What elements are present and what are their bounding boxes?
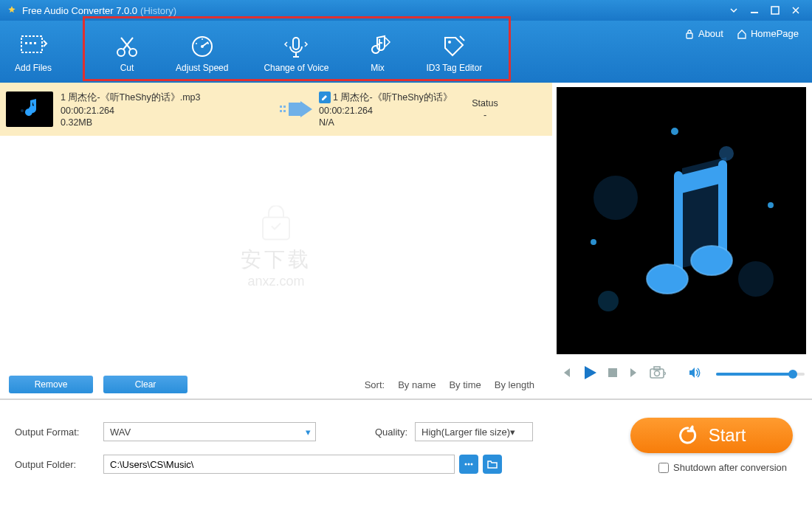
history-link[interactable]: (History)	[140, 5, 176, 16]
svg-rect-13	[293, 38, 299, 49]
svg-rect-5	[34, 42, 36, 44]
volume-icon[interactable]	[688, 366, 701, 382]
svg-point-41	[471, 463, 473, 466]
cut-label: Cut	[120, 63, 134, 73]
shutdown-label: Shutdown after conversion	[673, 462, 787, 473]
add-files-icon	[18, 33, 48, 58]
svg-rect-4	[30, 42, 32, 44]
change-voice-label: Change of Voice	[264, 63, 328, 73]
minimize-icon[interactable]	[744, 3, 765, 18]
output-format-label: Output Format:	[15, 427, 103, 438]
sort-by-length[interactable]: By length	[495, 379, 534, 390]
chevron-down-icon: ▾	[306, 427, 311, 438]
browse-button[interactable]	[459, 455, 478, 474]
id3-button[interactable]: ID3 Tag Editor	[427, 30, 483, 73]
refresh-icon	[678, 425, 698, 446]
file-row[interactable]: 1 周杰伦-《听TheShy的话》.mp3 00:00:21.264 0.32M…	[0, 83, 552, 136]
svg-point-10	[196, 43, 197, 44]
toolbar: Add Files Cut Adjust Speed Change of Voi…	[0, 21, 812, 83]
svg-rect-20	[280, 110, 282, 112]
preview-pane	[552, 83, 812, 398]
file-duration: 00:00:21.264	[61, 106, 275, 116]
quality-value: High(Larger file size)	[422, 427, 510, 438]
svg-point-37	[655, 371, 660, 376]
output-panel: Output Format: WAV ▾ Quality: High(Large…	[0, 398, 812, 520]
svg-rect-0	[751, 12, 758, 13]
svg-point-29	[591, 239, 596, 245]
edit-icon[interactable]	[319, 92, 331, 103]
svg-point-7	[129, 49, 137, 56]
open-folder-button[interactable]	[483, 455, 502, 474]
status-column: Status -	[459, 98, 511, 120]
svg-rect-18	[280, 106, 282, 108]
svg-point-39	[465, 463, 467, 466]
svg-point-11	[202, 38, 203, 40]
snapshot-button[interactable]	[650, 366, 666, 382]
app-logo-icon	[6, 4, 18, 16]
output-format-value: WAV	[110, 427, 131, 438]
svg-rect-3	[25, 42, 27, 44]
maximize-icon[interactable]	[765, 3, 785, 18]
preview-box	[557, 87, 806, 354]
chevron-down-icon: ▾	[510, 427, 515, 438]
stop-button[interactable]	[607, 367, 619, 382]
homepage-label: HomePage	[751, 28, 799, 39]
next-button[interactable]	[627, 366, 641, 382]
output-folder-label: Output Folder:	[15, 459, 103, 470]
svg-point-9	[201, 45, 204, 48]
add-files-button[interactable]: Add Files	[15, 30, 52, 73]
add-files-label: Add Files	[15, 63, 52, 73]
app-title: Free Audio Converter 7.0.0	[22, 5, 137, 16]
mix-button[interactable]: Mix	[365, 30, 391, 73]
svg-point-28	[671, 128, 678, 135]
titlebar: Free Audio Converter 7.0.0 (History)	[0, 0, 812, 21]
svg-rect-19	[283, 106, 286, 108]
svg-point-24	[593, 176, 638, 220]
cut-button[interactable]: Cut	[114, 30, 140, 73]
start-button[interactable]: Start	[630, 418, 793, 453]
cut-icon	[114, 33, 140, 58]
prev-button[interactable]	[560, 366, 573, 382]
output-folder-input[interactable]	[103, 455, 455, 474]
arrow-icon	[275, 100, 319, 119]
about-link[interactable]: About	[684, 28, 723, 39]
tag-icon	[441, 33, 467, 58]
output-size: N/A	[319, 117, 459, 128]
file-size: 0.32MB	[61, 117, 275, 128]
svg-point-12	[207, 43, 209, 44]
source-column: 1 周杰伦-《听TheShy的话》.mp3 00:00:21.264 0.32M…	[61, 92, 275, 128]
list-footer: Remove Clear Sort: By name By time By le…	[0, 370, 552, 398]
svg-point-26	[598, 291, 619, 311]
homepage-link[interactable]: HomePage	[737, 28, 799, 39]
svg-rect-38	[654, 367, 660, 370]
file-name: 1 周杰伦-《听TheShy的话》.mp3	[61, 92, 275, 104]
remove-button[interactable]: Remove	[9, 376, 93, 393]
output-duration: 00:00:21.264	[319, 106, 459, 116]
change-voice-button[interactable]: Change of Voice	[264, 30, 328, 73]
main-area: 1 周杰伦-《听TheShy的话》.mp3 00:00:21.264 0.32M…	[0, 83, 812, 398]
sort-by-time[interactable]: By time	[449, 379, 481, 390]
shutdown-checkbox[interactable]	[658, 463, 669, 473]
file-list-pane: 1 周杰伦-《听TheShy的话》.mp3 00:00:21.264 0.32M…	[0, 83, 552, 398]
speed-icon	[189, 33, 216, 58]
quality-label: Quality:	[375, 427, 407, 438]
quality-select[interactable]: High(Larger file size) ▾	[415, 422, 533, 441]
svg-point-14	[448, 41, 451, 44]
volume-slider[interactable]	[716, 373, 805, 376]
menu-down-icon[interactable]	[723, 3, 744, 18]
play-button[interactable]	[582, 365, 598, 384]
svg-point-6	[117, 49, 125, 56]
svg-point-17	[21, 109, 24, 112]
sort-by-name[interactable]: By name	[398, 379, 436, 390]
clear-button[interactable]: Clear	[103, 376, 187, 393]
adjust-speed-label: Adjust Speed	[176, 63, 228, 73]
output-format-select[interactable]: WAV ▾	[103, 422, 316, 441]
mix-label: Mix	[371, 63, 385, 73]
adjust-speed-button[interactable]: Adjust Speed	[176, 30, 228, 73]
player-controls	[552, 354, 812, 394]
svg-rect-21	[283, 110, 286, 112]
svg-rect-15	[687, 33, 692, 38]
close-icon[interactable]	[785, 3, 806, 18]
output-column: 1 周杰伦-《听TheShy的话》 00:00:21.264 N/A	[319, 92, 459, 128]
svg-point-40	[468, 463, 470, 466]
